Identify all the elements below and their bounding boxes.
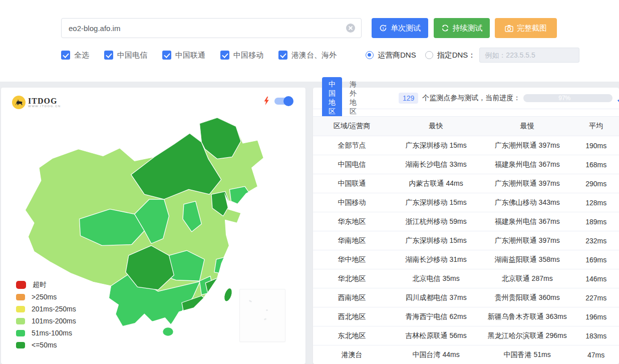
table-row: 华南地区 广东深圳移动 15ms 广东潮州联通 397ms 232ms (313, 231, 619, 250)
table-header-row: 区域/运营商 最快 最慢 平均 (313, 117, 619, 136)
checkbox-china-telecom[interactable]: 中国电信 (104, 51, 147, 60)
legend-item-gt250: >250ms (16, 291, 76, 303)
logo-subtitle: WWW.ITDOG.CN (28, 105, 61, 108)
progress-bar: 97% (523, 94, 612, 102)
table-row: 东北地区 吉林松原联通 56ms 黑龙江哈尔滨联通 296ms 183ms (313, 326, 619, 345)
table-row: 华中地区 湖南长沙移动 31ms 湖南益阳联通 358ms 169ms (313, 250, 619, 269)
progress-percent-label: 97% (523, 94, 605, 102)
radio-carrier-dns[interactable] (366, 51, 374, 59)
checkbox-icon (61, 51, 70, 60)
radio-custom-dns[interactable] (425, 51, 433, 59)
checkbox-label: 港澳台、海外 (291, 51, 337, 60)
legend-swatch (16, 306, 25, 312)
checkbox-china-mobile[interactable]: 中国移动 (220, 51, 263, 60)
clear-input-icon[interactable] (346, 24, 355, 33)
checkbox-hk-mo-tw-overseas[interactable]: 港澳台、海外 (278, 51, 337, 60)
results-panel: 中国地区 海外地区 129 个监测点参与测试，当前进度： 97% 区域/运营商 … (313, 88, 619, 364)
refresh-icon (441, 24, 449, 32)
legend-item-201-250: 201ms-250ms (16, 303, 76, 315)
svg-text:1: 1 (382, 26, 384, 31)
table-row: 华北地区 北京电信 35ms 北京联通 287ms 146ms (313, 269, 619, 288)
table-row: 中国联通 内蒙古联通 44ms 广东潮州联通 397ms 290ms (313, 174, 619, 193)
table-row: 中国移动 广东深圳移动 15ms 广东佛山移动 343ms 128ms (313, 193, 619, 212)
checkbox-label: 中国电信 (117, 51, 147, 60)
legend-item-timeout: 超时 (16, 279, 76, 291)
legend-swatch (16, 318, 25, 324)
table-row: 西南地区 四川成都电信 37ms 贵州贵阳联通 360ms 227ms (313, 288, 619, 307)
monitor-count-badge: 129 (399, 93, 418, 104)
latency-map-panel: ITDOG WWW.ITDOG.CN (1, 88, 305, 364)
itdog-logo: ITDOG WWW.ITDOG.CN (12, 96, 61, 109)
checkbox-icon (220, 51, 229, 60)
single-test-label: 单次测试 (391, 24, 421, 33)
continuous-test-button[interactable]: 持续测试 (434, 18, 490, 38)
refresh-once-icon: 1 (379, 24, 387, 32)
camera-icon (505, 25, 513, 32)
lightning-icon (263, 97, 269, 105)
col-average: 平均 (573, 117, 619, 136)
header-bar: 1 单次测试 持续测试 完整截图 全选 中国电信 中国联通 (0, 0, 619, 82)
single-test-button[interactable]: 1 单次测试 (372, 18, 428, 38)
loading-spinner-icon (616, 93, 619, 103)
isp-filter-row: 全选 中国电信 中国联通 中国移动 港澳台、海外 (61, 50, 352, 61)
tab-china-region[interactable]: 中国地区 (322, 77, 342, 119)
results-tab-row: 中国地区 海外地区 129 个监测点参与测试，当前进度： 97% (313, 88, 619, 109)
checkbox-select-all[interactable]: 全选 (61, 51, 89, 60)
full-screenshot-label: 完整截图 (517, 24, 547, 33)
dog-icon (12, 96, 26, 109)
south-china-sea-inset (239, 289, 285, 342)
checkbox-china-unicom[interactable]: 中国联通 (162, 51, 205, 60)
legend-item-51-100: 51ms-100ms (16, 327, 76, 339)
dns-option-row: 运营商DNS 指定DNS： (366, 48, 579, 63)
col-fastest: 最快 (391, 117, 481, 136)
checkbox-label: 中国移动 (233, 51, 263, 60)
url-input[interactable] (62, 24, 346, 33)
legend-item-le50: <=50ms (16, 339, 76, 351)
legend-swatch (16, 294, 25, 300)
tab-overseas-region[interactable]: 海外地区 (350, 80, 357, 116)
table-row: 中国电信 湖南长沙电信 33ms 福建泉州电信 367ms 168ms (313, 155, 619, 174)
custom-dns-label: 指定DNS： (437, 51, 476, 60)
legend-swatch (16, 342, 25, 348)
latency-legend: 超时 >250ms 201ms-250ms 101ms-200ms 51ms-1… (16, 279, 76, 351)
table-row: 全部节点 广东深圳移动 15ms 广东潮州联通 397ms 190ms (313, 136, 619, 155)
monitor-status-text: 个监测点参与测试，当前进度： (422, 94, 520, 103)
legend-swatch (16, 330, 25, 336)
continuous-test-label: 持续测试 (453, 24, 483, 33)
table-row: 华东地区 浙江杭州移动 59ms 福建泉州电信 367ms 189ms (313, 212, 619, 231)
checkbox-label: 中国联通 (175, 51, 205, 60)
carrier-dns-label: 运营商DNS (378, 51, 416, 60)
custom-dns-input[interactable] (479, 48, 579, 63)
table-row: 西北地区 青海西宁电信 62ms 新疆乌鲁木齐联通 363ms 196ms (313, 307, 619, 326)
table-row: 港澳台 中国台湾 44ms 中国香港 51ms 47ms (313, 345, 619, 364)
full-screenshot-button[interactable]: 完整截图 (495, 18, 557, 38)
col-slowest: 最慢 (481, 117, 573, 136)
legend-swatch (16, 281, 26, 289)
checkbox-icon (278, 51, 287, 60)
map-toolbar (263, 97, 292, 105)
checkbox-icon (104, 51, 113, 60)
legend-item-101-200: 101ms-200ms (16, 315, 76, 327)
logo-title: ITDOG (28, 97, 61, 105)
url-search-box (61, 18, 362, 38)
fast-mode-toggle[interactable] (274, 98, 292, 105)
latency-results-table: 区域/运营商 最快 最慢 平均 全部节点 广东深圳移动 15ms 广东潮州联通 … (313, 116, 619, 364)
checkbox-label: 全选 (74, 51, 89, 60)
checkbox-icon (162, 51, 171, 60)
toggle-knob (283, 96, 293, 106)
col-region: 区域/运营商 (313, 117, 391, 136)
